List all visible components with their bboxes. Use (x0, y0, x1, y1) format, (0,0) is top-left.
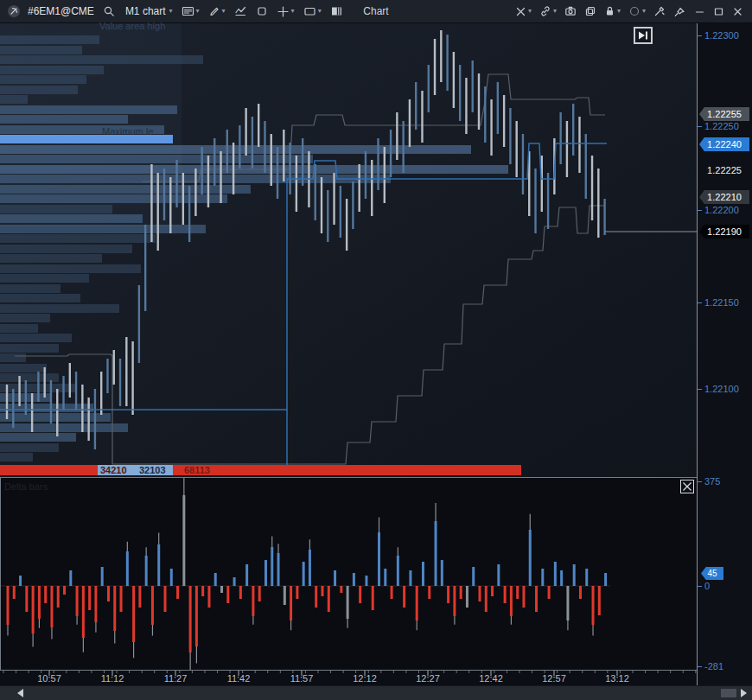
timeframe-selector[interactable]: M1 chart ▾ (120, 3, 176, 20)
delta-bar (7, 586, 10, 625)
symbol-label[interactable]: #6EM1@CME (26, 5, 98, 17)
candle (578, 117, 580, 173)
main-chart-panel[interactable]: Value area high Maximum le 3421032103681… (0, 23, 697, 477)
candle (289, 143, 290, 194)
delta-bar (391, 586, 393, 599)
volume-profile-bar (0, 46, 82, 54)
footer-bar-value: 32103 (139, 465, 166, 475)
delta-bar (170, 569, 173, 586)
pencil-icon (208, 5, 220, 17)
candle (591, 156, 593, 220)
chart-toolbar: #6EM1@CME M1 chart ▾ ▾ (0, 0, 752, 23)
delta-bar (145, 556, 148, 586)
candle (113, 350, 115, 385)
go-to-realtime-button[interactable] (634, 27, 653, 44)
candle (446, 35, 448, 91)
candle (503, 95, 505, 147)
close-icon (732, 6, 743, 17)
axis-tick-label: 0 (704, 581, 710, 591)
lock-button[interactable]: ▾ (601, 3, 624, 20)
chevron-down-icon: ▾ (553, 8, 557, 15)
delta-bar (453, 586, 456, 616)
duplicate-button[interactable] (581, 3, 600, 20)
time-tick-label: 11:27 (156, 673, 194, 684)
trading-app-window: #6EM1@CME M1 chart ▾ ▾ (0, 0, 752, 700)
symbol-search-button[interactable] (99, 3, 118, 20)
footer-bar-segment (173, 465, 521, 475)
candle (37, 372, 39, 402)
maximize-button[interactable] (710, 3, 728, 20)
axis-tick-label: 375 (704, 476, 720, 487)
delta-bar (372, 586, 374, 610)
volume-profile-bar (0, 86, 78, 94)
delta-bar (226, 586, 229, 603)
delta-indicator-panel[interactable]: Delta bars (0, 477, 698, 671)
screenshot-button[interactable] (561, 3, 580, 20)
candle (472, 60, 474, 112)
delta-bar (472, 567, 475, 586)
time-tick-label: 12:27 (409, 673, 447, 684)
candle (572, 104, 574, 156)
time-axis[interactable]: 10:5711:1211:2711:4211:5712:1212:2712:42… (0, 671, 697, 685)
delta-bar (189, 586, 192, 652)
volume-profile-bar (0, 314, 50, 322)
time-tick-label: 12:12 (346, 673, 384, 684)
pin-button[interactable] (670, 3, 690, 20)
cursor-tool-button[interactable]: ▾ (512, 3, 535, 20)
candle (402, 121, 404, 173)
panel-close-button[interactable] (680, 480, 694, 493)
candle (358, 164, 360, 212)
volume-profile-bar (0, 225, 206, 233)
candle (434, 39, 436, 95)
candle (541, 156, 543, 212)
time-tick-label: 11:42 (220, 673, 258, 684)
link-button[interactable]: ▾ (536, 3, 560, 20)
delta-bar (220, 586, 223, 593)
volume-profile-bar (0, 254, 102, 263)
volume-profile-bar (0, 284, 61, 293)
pin-icon (673, 6, 686, 17)
delta-bar (359, 586, 361, 603)
close-button[interactable] (729, 3, 747, 20)
candle (157, 173, 159, 251)
candle (459, 65, 461, 121)
scroll-left-arrow[interactable] (17, 689, 23, 697)
horizontal-scrollbar[interactable] (0, 685, 752, 700)
chart-style-button[interactable] (231, 3, 251, 20)
settings-tools-button[interactable] (650, 3, 669, 20)
candle (62, 376, 64, 410)
delta-bar (201, 586, 204, 596)
objects-panel-button[interactable]: ▾ (178, 3, 203, 20)
panels-button[interactable] (327, 3, 347, 20)
candle (465, 78, 467, 134)
app-logo[interactable] (3, 2, 24, 21)
price-badge: 1.22255 (699, 107, 749, 121)
delta-bar (164, 586, 167, 612)
delta-bar (422, 562, 424, 586)
appearance-button[interactable]: ▾ (625, 3, 649, 20)
delta-bar (157, 544, 160, 586)
candle (271, 134, 272, 186)
delta-bar (573, 564, 576, 586)
chevron-down-icon: ▾ (222, 8, 226, 15)
shape-tool-button[interactable] (252, 3, 271, 20)
volume-profile-bar (0, 245, 132, 253)
scroll-right-arrow[interactable] (741, 689, 747, 697)
drawing-tools-button[interactable]: ▾ (205, 3, 229, 20)
candle (352, 181, 354, 229)
add-indicator-button[interactable]: ▾ (273, 3, 298, 21)
layout-button[interactable]: ▾ (300, 3, 325, 20)
candle (106, 359, 108, 393)
minimize-button[interactable] (691, 3, 709, 20)
candle (220, 151, 221, 203)
candle (245, 108, 246, 156)
candle (150, 164, 152, 242)
price-axis[interactable]: 1.223001.222501.222001.221501.221003750-… (697, 23, 752, 685)
delta-bar (82, 586, 85, 638)
objects-panel-icon (182, 5, 194, 17)
scrollbar-thumb[interactable] (721, 689, 736, 697)
delta-bar (447, 586, 449, 603)
volume-profile-bar (0, 304, 119, 313)
candle (144, 225, 146, 311)
delta-bar (378, 532, 380, 586)
